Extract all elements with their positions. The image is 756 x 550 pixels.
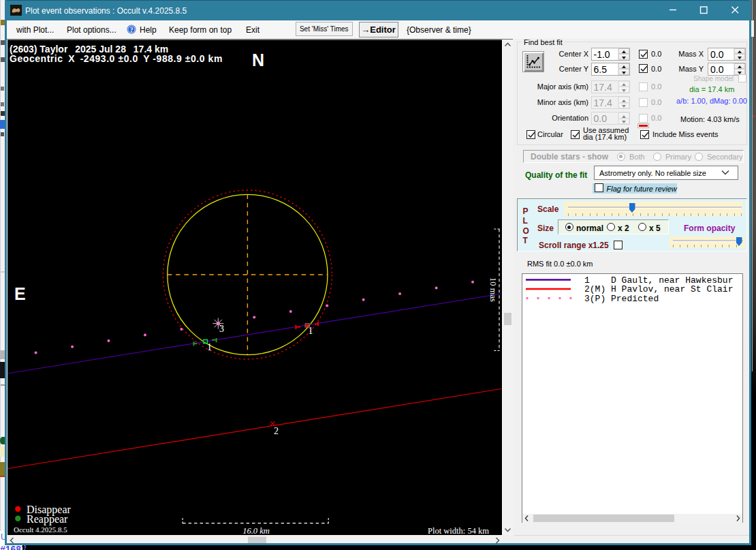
svg-text:Occult 4.2025.8.5: Occult 4.2025.8.5 — [14, 525, 67, 533]
svg-text:?: ? — [130, 27, 133, 33]
svg-text:16.0 km: 16.0 km — [242, 526, 270, 535]
svg-text:1: 1 — [309, 326, 313, 336]
svg-text:2: 2 — [274, 426, 279, 436]
svg-text:1: 1 — [207, 342, 212, 352]
svg-text:Geocentric X -2493.0 ±0.0 Y -9: Geocentric X -2493.0 ±0.0 Y -988.9 ±0.0 … — [10, 53, 223, 64]
svg-text:E: E — [14, 284, 26, 303]
svg-text:Plot width: 54 km: Plot width: 54 km — [428, 526, 489, 535]
svg-text:Reappear: Reappear — [27, 513, 68, 525]
svg-text:3: 3 — [219, 324, 224, 334]
svg-text:3(P) Predicted: 3(P) Predicted — [584, 294, 659, 304]
svg-text:10 mas: 10 mas — [488, 277, 498, 302]
svg-text:N: N — [252, 50, 264, 69]
